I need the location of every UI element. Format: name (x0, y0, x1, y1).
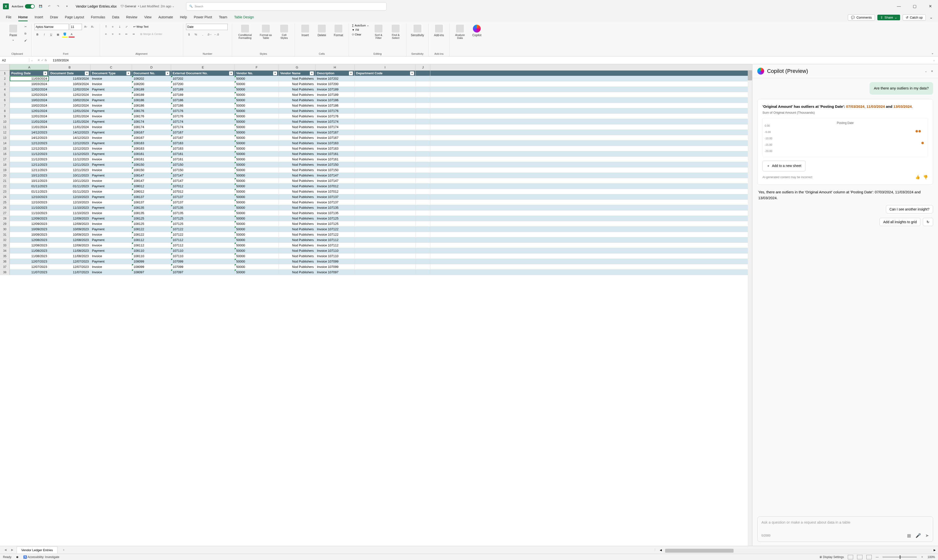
column-header-H[interactable]: H (316, 64, 354, 71)
redo-icon[interactable]: ↷ (55, 3, 61, 9)
cell[interactable]: Invoice (91, 232, 132, 237)
cell[interactable]: Invoice (91, 189, 132, 194)
cell[interactable]: 108174 (132, 119, 171, 124)
cell[interactable]: 11/08/2023 (10, 254, 49, 258)
cell[interactable]: Payment (91, 237, 132, 243)
cell[interactable]: 107125 (171, 216, 235, 221)
row-header[interactable]: 31 (0, 232, 10, 237)
cell[interactable]: 50000 (235, 151, 279, 157)
cell[interactable]: Payment (91, 194, 132, 200)
cell[interactable]: 107112 (171, 237, 235, 243)
row-header[interactable]: 24 (0, 194, 10, 200)
cell[interactable]: 107186 (171, 97, 235, 103)
table-header-cell[interactable]: Document Type▾ (91, 71, 132, 76)
decrease-decimal-icon[interactable]: ←.0 (214, 32, 219, 37)
cell[interactable]: Invoice 107189 (316, 92, 354, 97)
cell[interactable]: Invoice 107112 (316, 243, 354, 248)
cell[interactable]: 11/10/2023 (49, 205, 91, 210)
refresh-suggestions-button[interactable]: ↻ (923, 218, 933, 226)
cell[interactable]: 108167 (132, 130, 171, 135)
cell[interactable]: 107176 (171, 114, 235, 119)
filter-dropdown-icon[interactable]: ▾ (126, 71, 130, 75)
table-header-cell[interactable]: Description▾ (316, 71, 354, 76)
cell[interactable]: 107163 (171, 146, 235, 151)
cell[interactable]: 107137 (171, 194, 235, 200)
page-break-view-icon[interactable] (866, 555, 872, 559)
cell[interactable]: 107099 (171, 259, 235, 264)
cell[interactable]: Nod Publishers (279, 125, 316, 129)
cell[interactable]: 50000 (235, 92, 279, 97)
cell[interactable] (416, 151, 430, 157)
cell[interactable]: Payment (91, 162, 132, 167)
fill-button[interactable]: ▼Fill (352, 28, 369, 31)
send-icon[interactable]: ➤ (925, 533, 929, 538)
cell[interactable]: 50000 (235, 200, 279, 205)
cell[interactable]: Nod Publishers (279, 82, 316, 86)
cell[interactable]: Nod Publishers (279, 178, 316, 183)
cell[interactable]: 107099 (171, 264, 235, 269)
row-header[interactable]: 1 (0, 71, 10, 76)
cell[interactable]: 10/11/2023 (10, 178, 49, 183)
addins-button[interactable]: Add-ins (431, 24, 446, 38)
share-button[interactable]: ⇪Share ⌄ (877, 15, 900, 20)
row-header[interactable]: 7 (0, 103, 10, 108)
sheet-nav-next-icon[interactable]: ▶ (10, 548, 15, 551)
cell[interactable]: Nod Publishers (279, 146, 316, 151)
cell[interactable]: 11/07/2023 (49, 269, 91, 275)
row-header[interactable]: 38 (0, 269, 10, 275)
cell[interactable]: 107174 (171, 125, 235, 129)
display-settings-button[interactable]: 🖥 Display Settings (819, 555, 844, 559)
new-sheet-icon[interactable]: ＋ (59, 548, 68, 552)
menu-tab-table-design[interactable]: Table Design (234, 14, 254, 21)
cell[interactable]: 11/12/2023 (49, 151, 91, 157)
row-header[interactable]: 29 (0, 221, 10, 226)
align-center-icon[interactable]: ≡ (110, 31, 116, 37)
cell[interactable]: Invoice 107012 (316, 189, 354, 194)
cell[interactable]: 12/01/2024 (49, 108, 91, 114)
cell[interactable]: 108097 (132, 269, 171, 275)
cell[interactable]: 12/08/2023 (49, 243, 91, 248)
delete-button[interactable]: Delete (314, 24, 329, 38)
chevron-down-icon[interactable]: ⌄ (925, 70, 927, 73)
cell[interactable]: 12/10/2023 (49, 194, 91, 200)
cell[interactable] (354, 248, 416, 253)
cell[interactable] (416, 114, 430, 119)
cell[interactable] (416, 135, 430, 140)
cell[interactable]: Invoice 107202 (316, 76, 354, 81)
cell[interactable]: Payment (91, 205, 132, 210)
cell[interactable] (354, 211, 416, 215)
chevron-down-icon[interactable]: ⌄ (172, 5, 174, 8)
table-header-cell[interactable] (416, 71, 430, 76)
cell[interactable]: 50000 (235, 135, 279, 140)
cell[interactable] (354, 189, 416, 194)
cell[interactable]: 50000 (235, 162, 279, 167)
cell[interactable]: 11/10/2023 (49, 211, 91, 215)
cell[interactable]: 107163 (171, 140, 235, 146)
cell[interactable]: 50000 (235, 259, 279, 264)
cell[interactable]: Invoice 107110 (316, 248, 354, 253)
cell[interactable] (416, 200, 430, 205)
cell[interactable]: 108189 (132, 87, 171, 92)
filter-dropdown-icon[interactable]: ▾ (410, 71, 414, 75)
cell[interactable]: 108163 (132, 140, 171, 146)
cell[interactable]: Invoice (91, 221, 132, 226)
cell[interactable]: 12/08/2023 (10, 243, 49, 248)
zoom-slider[interactable] (883, 557, 917, 558)
cell[interactable]: 50000 (235, 130, 279, 135)
cell[interactable]: 108163 (132, 146, 171, 151)
maximize-icon[interactable]: ▢ (910, 2, 920, 11)
cell[interactable] (354, 92, 416, 97)
filter-dropdown-icon[interactable]: ▾ (43, 71, 47, 75)
copilot-input-box[interactable]: Ask a question or make a request about d… (757, 517, 933, 542)
cell[interactable]: Payment (91, 183, 132, 189)
cell[interactable]: 50000 (235, 211, 279, 215)
cell[interactable]: 50000 (235, 232, 279, 237)
format-painter-icon[interactable]: 🖌 (23, 37, 28, 43)
row-header[interactable]: 35 (0, 254, 10, 258)
cell[interactable]: 12/11/2023 (49, 162, 91, 167)
cell[interactable]: Invoice (91, 178, 132, 183)
cell[interactable]: 12/07/2023 (10, 264, 49, 269)
number-format-select[interactable] (186, 24, 228, 30)
cell[interactable]: 107186 (171, 103, 235, 108)
sheet-tab-menu-icon[interactable]: ⋮ (654, 548, 656, 551)
